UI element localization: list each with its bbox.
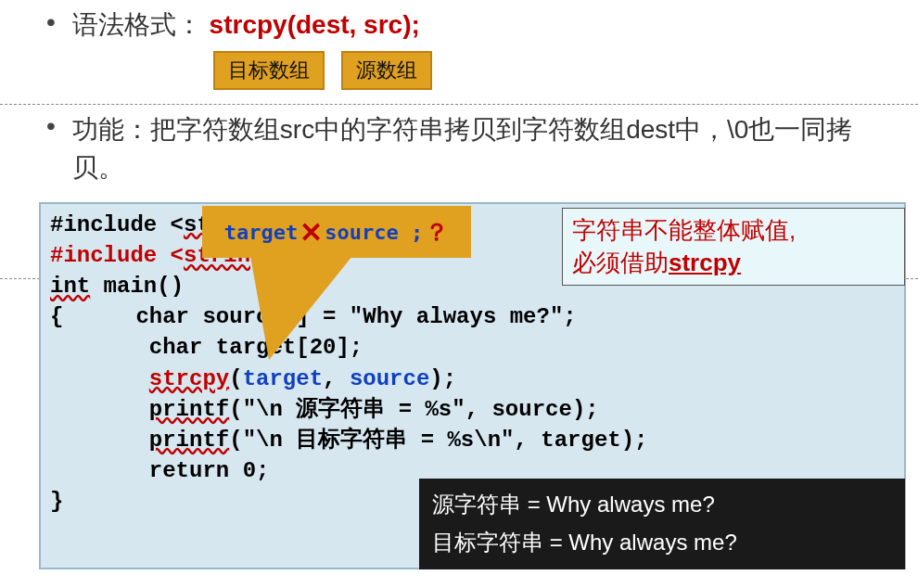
tag-src: 源数组 [341, 51, 432, 90]
cross-icon: ✕ [300, 216, 323, 249]
code-text: printf [149, 428, 229, 453]
output-line: 目标字符串 = Why always me? [432, 524, 892, 562]
callout-source: source ; [325, 221, 423, 244]
code-text: return 0; [149, 458, 270, 483]
code-text: #include < [50, 243, 184, 268]
callout-bubble: target ✕ source ; ？ [202, 206, 471, 258]
code-text: int [50, 274, 90, 299]
syntax-call: strcpy(dest, src); [210, 10, 420, 39]
code-text: source [350, 366, 429, 391]
code-text: ("\n 源字符串 = %s", source); [229, 397, 598, 422]
syntax-label: 语法格式： [72, 10, 202, 39]
code-text: main() [90, 274, 184, 299]
code-text: strcpy [149, 366, 229, 391]
note-text: 必须借助 [572, 249, 669, 276]
param-tags: 目标数组 源数组 [213, 51, 432, 90]
code-text: { [50, 304, 63, 329]
code-text: printf [149, 397, 229, 422]
divider [0, 104, 918, 105]
callout-question: ？ [425, 216, 449, 249]
bullet-dot: • [46, 7, 56, 37]
code-text: target [243, 366, 323, 391]
code-text: ("\n 目标字符串 = %s\n", target); [229, 428, 647, 453]
code-text: #include < [50, 212, 184, 237]
code-text: } [50, 489, 63, 514]
tag-dest: 目标数组 [213, 51, 325, 90]
callout-tail [250, 256, 352, 360]
output-console: 源字符串 = Why always me? 目标字符串 = Why always… [419, 479, 905, 569]
note-text: 字符串不能整体赋值, [572, 216, 796, 244]
note-strcpy: strcpy [669, 249, 741, 276]
code-text: ); [429, 366, 456, 391]
bullet-function: • 功能：把字符数组src中的字符串拷贝到字符数组dest中，\0也一同拷贝。 [46, 111, 862, 186]
code-text: , [323, 366, 350, 391]
callout-target: target [224, 221, 298, 244]
function-label: 功能： [72, 115, 150, 144]
bullet-syntax: • 语法格式： strcpy(dest, src); [46, 7, 420, 43]
code-text: ( [229, 366, 242, 391]
function-text: 把字符数组src中的字符串拷贝到字符数组dest中，\0也一同拷贝。 [72, 115, 853, 182]
bullet-dot: • [46, 111, 56, 141]
output-line: 源字符串 = Why always me? [432, 486, 892, 524]
note-box: 字符串不能整体赋值, 必须借助strcpy [562, 208, 905, 286]
